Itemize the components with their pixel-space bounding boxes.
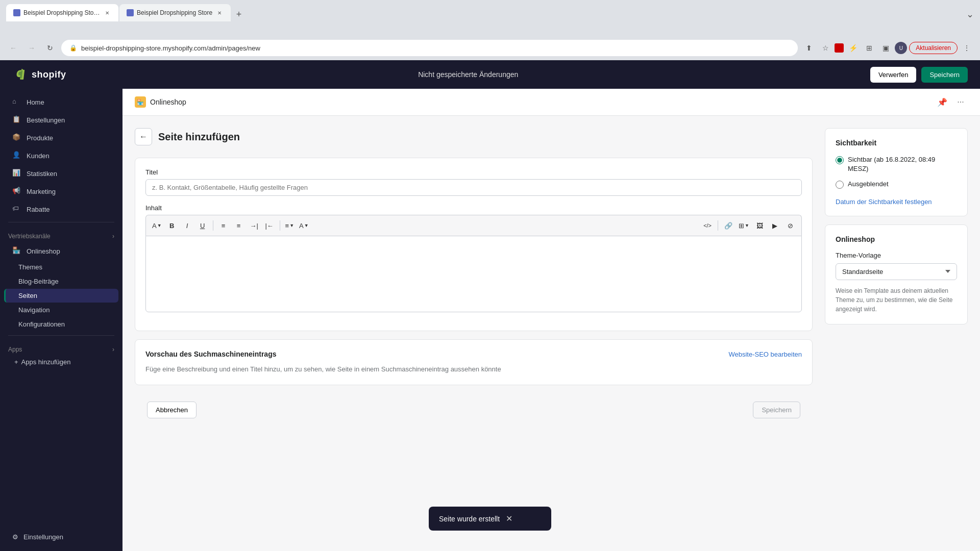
sidebar-item-products[interactable]: 📦 Produkte — [4, 129, 118, 146]
tab-close-2[interactable]: ✕ — [215, 9, 224, 17]
content-area: 🏪 Onlineshop 📌 ··· ← Se — [122, 89, 980, 551]
image-button[interactable]: 🖼 — [752, 218, 767, 233]
sidebar-sub-pages[interactable]: Seiten — [4, 289, 118, 303]
table-chevron: ▼ — [745, 223, 749, 228]
shopify-label: shopify — [32, 69, 66, 80]
theme-select[interactable]: Standardseite Kontaktseite FAQ — [836, 263, 957, 280]
sales-channels-chevron[interactable]: › — [112, 233, 114, 240]
table-dropdown[interactable]: ⊞ ▼ — [737, 218, 751, 233]
sidebar-item-orders[interactable]: 📋 Bestellungen — [4, 111, 118, 129]
text-color-icon: A — [299, 222, 304, 230]
plus-icon: + — [14, 358, 18, 366]
tab-title-1: Beispiel Dropshipping Store ·... — [23, 9, 100, 16]
sidebar-icon[interactable]: ▣ — [878, 41, 893, 55]
table-icon: ⊞ — [739, 222, 744, 230]
page-title-area: ← Seite hinzufügen — [135, 128, 813, 145]
back-nav-button[interactable]: ← — [6, 41, 20, 55]
extension-2-icon[interactable]: ⊞ — [862, 41, 876, 55]
text-color-dropdown[interactable]: A ▼ — [297, 218, 311, 233]
browser-menu-icon[interactable]: ⋮ — [960, 41, 974, 55]
save-button[interactable]: Speichern — [921, 67, 968, 83]
tab-overflow-button[interactable]: ⌄ — [966, 7, 974, 21]
tab-title-2: Beispiel Dropshipping Store — [137, 9, 212, 16]
opera-icon[interactable] — [835, 43, 844, 53]
back-button[interactable]: ← — [135, 128, 152, 145]
visible-label: Sichtbar (ab 16.8.2022, 08:49MESZ) — [848, 155, 935, 173]
sidebar-item-discounts[interactable]: 🏷 Rabatte — [4, 201, 118, 218]
browser-tab-active[interactable]: Beispiel Dropshipping Store ·... ✕ — [6, 4, 118, 21]
sidebar-sub-navigation-label: Navigation — [18, 306, 50, 314]
code-button[interactable]: </> — [700, 218, 715, 233]
indent-in-button[interactable]: →| — [247, 218, 261, 233]
sidebar-item-marketing[interactable]: 📢 Marketing — [4, 183, 118, 200]
url-bar[interactable]: 🔒 beispiel-dropshipping-store.myshopify.… — [61, 40, 798, 56]
sidebar-item-settings[interactable]: ⚙ Einstellungen — [4, 529, 118, 545]
sidebar-item-home[interactable]: ⌂ Home — [4, 93, 118, 111]
save-bottom-button[interactable]: Speichern — [753, 402, 800, 418]
sidebar-item-discounts-label: Rabatte — [27, 206, 50, 213]
format-dropdown[interactable]: A ▼ — [150, 218, 164, 233]
sidebar-item-analytics[interactable]: 📊 Statistiken — [4, 165, 118, 182]
sidebar-sub-blog[interactable]: Blog-Beiträge — [4, 274, 118, 288]
discard-button[interactable]: Verwerfen — [870, 67, 917, 83]
visible-radio[interactable] — [836, 156, 844, 164]
add-apps-item[interactable]: + Apps hinzufügen — [0, 355, 122, 369]
sidebar-settings-label: Einstellungen — [23, 533, 63, 541]
align-dropdown[interactable]: ≡ ▼ — [283, 218, 297, 233]
toolbar-divider-1 — [213, 220, 213, 231]
sidebar-item-home-label: Home — [27, 98, 44, 106]
theme-select-wrapper: Standardseite Kontaktseite FAQ — [836, 263, 957, 280]
ordered-list-button[interactable]: ≡ — [232, 218, 246, 233]
apps-header: Apps › — [0, 340, 122, 355]
cancel-button[interactable]: Abbrechen — [147, 402, 197, 418]
sidebar-sub-configurations[interactable]: Konfigurationen — [4, 317, 118, 331]
title-input[interactable] — [145, 179, 802, 196]
sidebar-sub-configurations-label: Konfigurationen — [18, 320, 65, 328]
marketing-icon: 📢 — [12, 187, 21, 196]
bold-button[interactable]: B — [165, 218, 179, 233]
editor-toolbar: A ▼ B I U ≡ ≡ →| |← — [145, 215, 802, 236]
onlineshop-description: Weise ein Template aus deinem aktuellen … — [836, 286, 957, 314]
extension-1-icon[interactable]: ⚡ — [846, 41, 860, 55]
sidebar-divider-1 — [8, 222, 114, 222]
content-label: Inhalt — [145, 204, 802, 212]
sidebar-item-online-store[interactable]: 🏪 Onlineshop — [4, 242, 118, 260]
video-button[interactable]: ▶ — [768, 218, 782, 233]
link-button[interactable]: 🔗 — [721, 218, 736, 233]
refresh-button[interactable]: ↻ — [43, 41, 57, 55]
analytics-icon: 📊 — [12, 169, 21, 178]
sidebar-sub-themes[interactable]: Themes — [4, 260, 118, 274]
sidebar-divider-2 — [8, 335, 114, 336]
sidebar-item-customers[interactable]: 👤 Kunden — [4, 147, 118, 164]
sidebar-sub-navigation[interactable]: Navigation — [4, 303, 118, 317]
content-header-title: Onlineshop — [150, 98, 186, 106]
new-tab-button[interactable]: + — [232, 7, 246, 21]
forward-nav-button[interactable]: → — [24, 41, 39, 55]
seo-edit-link[interactable]: Website-SEO bearbeiten — [728, 350, 802, 358]
italic-button[interactable]: I — [180, 218, 194, 233]
clear-format-button[interactable]: ⊘ — [783, 218, 797, 233]
bookmark-icon[interactable]: ☆ — [818, 41, 832, 55]
sidebar-sub-pages-label: Seiten — [18, 292, 37, 299]
underline-button[interactable]: U — [195, 218, 210, 233]
onlineshop-card: Onlineshop Theme-Vorlage Standardseite K… — [825, 224, 968, 324]
set-date-link[interactable]: Datum der Sichtbarkeit festlegen — [836, 198, 932, 206]
browser-actions: ⬆ ☆ ⚡ ⊞ ▣ U Aktualisieren ⋮ — [802, 41, 974, 55]
title-content-card: Titel Inhalt A ▼ B I — [135, 158, 813, 331]
update-browser-button[interactable]: Aktualisieren — [909, 42, 958, 54]
address-bar: ← → ↻ 🔒 beispiel-dropshipping-store.mysh… — [0, 37, 980, 60]
toast-close-button[interactable]: ✕ — [506, 514, 512, 523]
browser-tab-2[interactable]: Beispiel Dropshipping Store ✕ — [119, 4, 231, 21]
tab-close-1[interactable]: ✕ — [103, 9, 111, 17]
apps-chevron[interactable]: › — [112, 346, 114, 353]
onlineshop-badge: 🏪 — [135, 96, 146, 108]
align-chevron: ▼ — [289, 223, 294, 228]
indent-out-button[interactable]: |← — [262, 218, 277, 233]
unordered-list-button[interactable]: ≡ — [216, 218, 231, 233]
editor-body[interactable] — [145, 236, 802, 312]
share-icon[interactable]: ⬆ — [802, 41, 816, 55]
hidden-radio[interactable] — [836, 181, 844, 189]
pin-button[interactable]: 📌 — [935, 95, 949, 109]
more-options-button[interactable]: ··· — [953, 95, 968, 109]
profile-avatar[interactable]: U — [895, 42, 907, 54]
